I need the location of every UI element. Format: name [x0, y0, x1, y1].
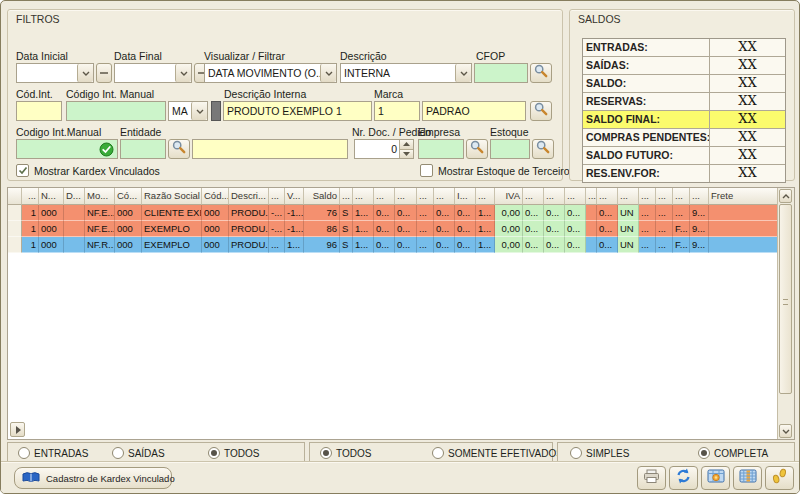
- grid-header-cell[interactable]: ...: [434, 188, 455, 205]
- marca-input[interactable]: 1: [374, 101, 420, 121]
- grid-header-cell[interactable]: N...: [39, 188, 64, 205]
- radio-simples[interactable]: SIMPLES: [570, 447, 629, 459]
- grid-row[interactable]: 1000NF.R...000EXEMPLO000PRODU......1...9…: [8, 237, 778, 253]
- estoque-search-button[interactable]: [532, 139, 554, 159]
- grid-header-cell[interactable]: ...: [597, 188, 618, 205]
- print-button[interactable]: [637, 466, 666, 490]
- grid-vertical-scrollbar[interactable]: [777, 188, 794, 439]
- scroll-down-button[interactable]: [779, 424, 792, 438]
- codigo-int-manual-input[interactable]: [66, 101, 166, 121]
- grid-header-cell[interactable]: Có...: [115, 188, 142, 205]
- entidade-search-button[interactable]: [168, 139, 190, 159]
- entidade-input[interactable]: [120, 139, 166, 159]
- chevron-down-icon[interactable]: [320, 64, 336, 82]
- table-columns-button[interactable]: [733, 466, 762, 490]
- entidade-nome-input[interactable]: [192, 139, 348, 159]
- data-final-input[interactable]: [114, 63, 192, 83]
- grid-header-cell[interactable]: Mo...: [85, 188, 115, 205]
- grid-header-cell[interactable]: D...: [64, 188, 85, 205]
- scroll-up-button[interactable]: [779, 189, 792, 203]
- grid-header-cell[interactable]: Frete: [709, 188, 778, 205]
- chevron-down-icon[interactable]: [191, 102, 207, 120]
- descricao-select[interactable]: INTERNA: [340, 63, 472, 83]
- grid-header-cell[interactable]: ...: [565, 188, 586, 205]
- grid-header-cell[interactable]: Saldo: [304, 188, 340, 205]
- grid-header-cell[interactable]: [8, 188, 22, 205]
- grid-cell: 0...: [523, 221, 544, 237]
- grid-header-cell[interactable]: ...: [269, 188, 285, 205]
- radio-label: SIMPLES: [586, 448, 629, 459]
- grid-cell: ...: [656, 221, 673, 237]
- data-final-label: Data Final: [114, 50, 162, 62]
- empresa-search-button[interactable]: [466, 139, 488, 159]
- grid-header-cell[interactable]: ...: [673, 188, 690, 205]
- cod-int-input[interactable]: [16, 101, 62, 121]
- spin-up-icon[interactable]: [400, 140, 413, 149]
- mostrar-terceiros-checkbox[interactable]: [420, 164, 433, 177]
- radio-saidas[interactable]: SAÍDAS: [112, 447, 165, 459]
- radio-todos[interactable]: TODOS: [320, 447, 371, 459]
- grid-header-cell[interactable]: V...: [285, 188, 304, 205]
- grid-header-cell[interactable]: ...: [340, 188, 353, 205]
- grid-header-cell[interactable]: Descri...: [229, 188, 269, 205]
- grid-row[interactable]: 1000NF.E...000CLIENTE EXE...000PRODU...-…: [8, 205, 778, 221]
- saldos-row-label: COMPRAS PENDENTES:: [583, 129, 710, 146]
- chevron-down-icon[interactable]: [175, 64, 191, 82]
- saldos-row-label: SALDO FUTURO:: [583, 147, 710, 164]
- grid-cell: ...: [417, 221, 434, 237]
- grid-header-cell[interactable]: I...: [455, 188, 476, 205]
- empresa-input[interactable]: [418, 139, 464, 159]
- data-inicial-input[interactable]: [16, 63, 94, 83]
- spin-down-icon[interactable]: [400, 149, 413, 159]
- cfop-search-button[interactable]: [530, 63, 552, 83]
- ma-select[interactable]: MA: [168, 101, 208, 121]
- scrollbar-thumb[interactable]: [779, 204, 792, 394]
- codigo-int-manual-label: Código Int. Manual: [66, 88, 154, 100]
- entidade-label: Entidade: [120, 126, 161, 138]
- grid-cell: UN: [618, 205, 639, 221]
- footprints-button[interactable]: [765, 466, 794, 490]
- grid-header-cell[interactable]: ...: [544, 188, 565, 205]
- codigo-int-manual2-input[interactable]: [16, 139, 118, 159]
- chevron-down-icon[interactable]: [455, 64, 471, 82]
- grid-header-cell[interactable]: ...: [417, 188, 434, 205]
- grid-cell: ...: [417, 205, 434, 221]
- chevron-down-icon[interactable]: [77, 64, 93, 82]
- radio-entradas[interactable]: ENTRADAS: [18, 447, 88, 459]
- grid-cell: 86: [304, 221, 340, 237]
- grid-header-cell[interactable]: ...: [395, 188, 417, 205]
- radio-somente-efetivados[interactable]: SOMENTE EFETIVADOS: [432, 447, 563, 459]
- grid-header-cell[interactable]: ...: [353, 188, 374, 205]
- marca-search-button[interactable]: [530, 101, 552, 121]
- grid-header-cell[interactable]: ...: [690, 188, 709, 205]
- grid-header-cell[interactable]: ...: [22, 188, 39, 205]
- grid-cell: -1...: [285, 221, 304, 237]
- grid-header-cell[interactable]: ...: [586, 188, 597, 205]
- radio-todos[interactable]: TODOS: [208, 447, 259, 459]
- grid-row[interactable]: 1000NF.E...000EXEMPLO000PRODU...-...-1..…: [8, 221, 778, 237]
- marca-nome-input[interactable]: PADRAO: [422, 101, 526, 121]
- grid-header-cell[interactable]: IVA: [495, 188, 523, 205]
- grid-header-cell[interactable]: ...: [374, 188, 395, 205]
- grid-header-cell[interactable]: ...: [476, 188, 495, 205]
- nr-doc-spinner[interactable]: [399, 140, 413, 158]
- nr-doc-input[interactable]: 0: [354, 139, 414, 159]
- descricao-interna-input[interactable]: PRODUTO EXEMPLO 1: [223, 101, 372, 121]
- grid-header-cell[interactable]: ...: [523, 188, 544, 205]
- mostrar-kardex-checkbox[interactable]: [16, 164, 29, 177]
- grid-settings-button[interactable]: [701, 466, 730, 490]
- visualizar-filtrar-select[interactable]: DATA MOVIMENTO (O...: [204, 63, 337, 83]
- data-inicial-clear-button[interactable]: [96, 63, 112, 83]
- grid-header-cell[interactable]: Cód...: [202, 188, 229, 205]
- cadastro-kardex-button[interactable]: Cadastro de Kardex Vinculado: [14, 467, 172, 489]
- grid-header-cell[interactable]: Razão Social: [142, 188, 202, 205]
- grid-header-cell[interactable]: ...: [639, 188, 656, 205]
- radio-completa[interactable]: COMPLETA: [698, 447, 768, 459]
- estoque-input[interactable]: [490, 139, 530, 159]
- cfop-input[interactable]: [474, 63, 528, 83]
- grid-header-cell[interactable]: ...: [618, 188, 639, 205]
- grid-scroll-right-button[interactable]: [10, 422, 25, 437]
- grid-header-cell[interactable]: ...: [656, 188, 673, 205]
- grid-settings-icon: [707, 469, 725, 487]
- refresh-button[interactable]: [669, 466, 698, 490]
